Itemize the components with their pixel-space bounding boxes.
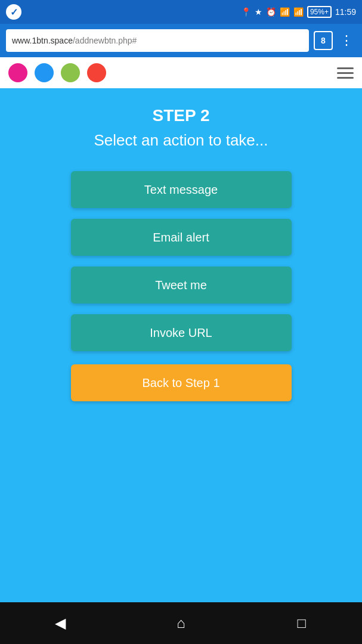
alarm-icon: ⏰ <box>266 7 276 17</box>
status-left: ✓ <box>6 4 21 20</box>
nav-dot-blue[interactable] <box>35 63 54 82</box>
nav-dot-pink[interactable] <box>8 63 27 82</box>
main-content: STEP 2 Select an action to take... Text … <box>0 88 362 602</box>
wifi-icon: 📶 <box>280 7 290 17</box>
browser-bar: www.1btn.space /addnewbtn.php# 8 ⋮ <box>0 24 362 57</box>
battery-indicator: 95%+ <box>307 6 332 18</box>
hamburger-menu-icon[interactable] <box>337 67 354 79</box>
url-path: /addnewbtn.php# <box>73 36 137 45</box>
back-nav-button[interactable]: ◀ <box>42 611 78 635</box>
invoke-url-button[interactable]: Invoke URL <box>71 314 292 351</box>
star-icon: ★ <box>255 7 262 17</box>
nav-dot-red[interactable] <box>87 63 106 82</box>
checkmark-icon: ✓ <box>6 4 21 20</box>
tweet-me-button[interactable]: Tweet me <box>71 267 292 304</box>
step-subtitle: Select an action to take... <box>94 131 268 150</box>
step-title: STEP 2 <box>153 106 210 125</box>
back-to-step-button[interactable]: Back to Step 1 <box>71 364 292 401</box>
location-icon: 📍 <box>241 7 251 17</box>
url-bar[interactable]: www.1btn.space /addnewbtn.php# <box>6 29 309 52</box>
tab-count[interactable]: 8 <box>314 31 333 50</box>
email-alert-button[interactable]: Email alert <box>71 219 292 256</box>
status-right: 📍 ★ ⏰ 📶 📶 95%+ 11:59 <box>241 6 356 18</box>
bottom-nav-bar: ◀ ⌂ □ <box>0 602 362 644</box>
nav-dots-bar <box>0 57 362 88</box>
time-display: 11:59 <box>335 7 356 17</box>
nav-dot-green[interactable] <box>61 63 80 82</box>
url-domain: www.1btn.space <box>12 36 73 45</box>
recents-nav-button[interactable]: □ <box>284 611 320 635</box>
status-bar: ✓ 📍 ★ ⏰ 📶 📶 95%+ 11:59 <box>0 0 362 24</box>
signal-icon: 📶 <box>293 7 304 17</box>
text-message-button[interactable]: Text message <box>71 171 292 208</box>
browser-menu-icon[interactable]: ⋮ <box>338 33 356 48</box>
home-nav-button[interactable]: ⌂ <box>163 611 199 635</box>
